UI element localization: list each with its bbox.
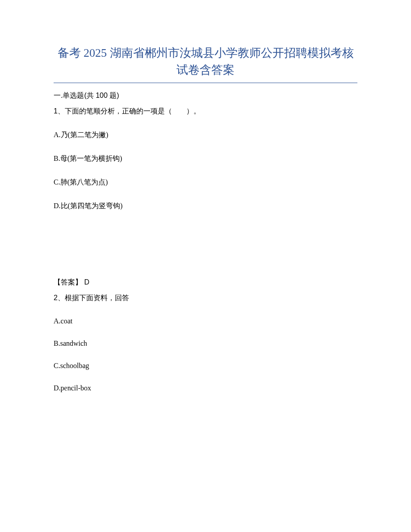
title-line-2: 试卷含答案	[176, 63, 235, 76]
question-1-option-a: A.乃(第二笔为撇)	[54, 130, 357, 140]
document-title: 备考 2025 湖南省郴州市汝城县小学教师公开招聘模拟考核 试卷含答案	[54, 45, 357, 83]
question-2-option-b: B.sandwich	[54, 339, 357, 348]
question-2-option-c: C.schoolbag	[54, 362, 357, 370]
title-line-1: 备考 2025 湖南省郴州市汝城县小学教师公开招聘模拟考核	[58, 46, 354, 59]
question-1-option-c: C.肺(第八笔为点)	[54, 178, 357, 187]
section-header: 一.单选题(共 100 题)	[54, 91, 357, 101]
question-1-answer: 【答案】 D	[54, 278, 357, 287]
question-1-option-d: D.比(第四笔为竖弯钩)	[54, 201, 357, 211]
question-1-option-b: B.母(第一笔为横折钩)	[54, 154, 357, 163]
question-1-stem: 1、下面的笔顺分析，正确的一项是（ ）。	[54, 107, 357, 116]
question-2-stem: 2、根据下面资料，回答	[54, 293, 357, 303]
question-2-option-d: D.pencil-box	[54, 384, 357, 392]
document-page: 备考 2025 湖南省郴州市汝城县小学教师公开招聘模拟考核 试卷含答案 一.单选…	[0, 0, 411, 433]
question-2-option-a: A.coat	[54, 317, 357, 325]
